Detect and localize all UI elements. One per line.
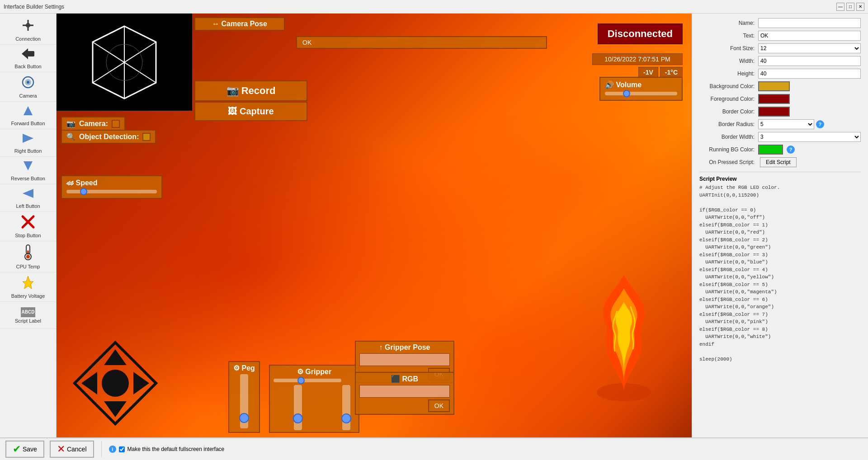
width-label: Width: [699,58,758,64]
sidebar-item-cpu-temp[interactable]: CPU Temp [0,241,56,272]
temp2-display: -1°C [660,67,683,78]
save-button[interactable]: ✔ Save [5,441,44,458]
on-pressed-label: On Pressed Script: [699,159,758,165]
peg-widget: ⚙ Peg [228,361,260,433]
bg-color-label: Background Color: [699,83,758,89]
height-row: Height: [699,69,861,79]
script-preview-title: Script Preview [699,176,861,182]
maximize-button[interactable]: □ [846,3,854,11]
gripper-v-thumb-right[interactable] [341,413,351,423]
close-button[interactable]: ✕ [856,3,864,11]
sidebar-item-forward-button[interactable]: Forward Button [0,102,56,129]
gripper-h-thumb[interactable] [297,377,305,384]
border-width-label: Border Width: [699,134,758,140]
default-info-icon[interactable]: i [109,446,116,453]
gripper-title: ⚙ Gripper [274,367,355,376]
right-panel: Name: Text: Font Size: 12 14 16 18 24 Wi… [692,14,868,437]
stop-button-icon [21,215,35,232]
text-input[interactable] [758,31,861,41]
reverse-button-icon [21,160,35,175]
running-bg-swatch[interactable] [758,145,783,155]
save-checkmark-icon: ✔ [13,443,21,455]
sidebar-item-right-button[interactable]: Right Button [0,129,56,157]
fg-color-label: Foreground Color: [699,96,758,102]
canvas-area: ↔ Camera Pose OK Disconnected 10/26/2022… [57,14,692,437]
cpu-temp-icon [22,244,34,263]
camera-pose-widget[interactable]: ↔ Camera Pose [194,17,285,31]
volume-slider-thumb[interactable] [623,90,630,97]
border-radius-info-icon[interactable]: ? [816,120,824,128]
text-label: Text: [699,33,758,39]
width-row: Width: [699,56,861,66]
font-size-select[interactable]: 12 14 16 18 24 [758,43,861,53]
sidebar-label-camera: Camera [19,93,37,99]
capture-button[interactable]: 🖼 Capture [194,102,307,121]
border-color-controls [758,107,790,117]
gripper-horizontal-slider[interactable] [274,379,341,382]
sidebar-item-script-label[interactable]: ABCD Script Label [0,302,56,329]
minimize-button[interactable]: — [836,3,844,11]
sidebar-item-stop-button[interactable]: Stop Button [0,212,56,241]
peg-icon: ⚙ [233,364,241,372]
temp-row: -1V -1°C [638,67,683,78]
speed-slider-thumb[interactable] [80,188,87,195]
sidebar-label-forward: Forward Button [11,121,45,126]
sidebar-label-stop: Stop Button [15,233,41,238]
gripper-vertical-slider-left[interactable] [294,385,302,430]
svg-point-7 [27,81,29,84]
sidebar-item-reverse-button[interactable]: Reverse Button [0,157,56,184]
ok-top-button[interactable]: OK [296,36,547,49]
sidebar-item-left-button[interactable]: Left Button [0,184,56,212]
peg-title: ⚙ Peg [233,364,255,372]
border-color-swatch[interactable] [758,107,790,117]
border-width-select[interactable]: 3 1 2 4 5 [758,132,861,142]
forward-button-icon [21,104,35,120]
speed-slider[interactable] [66,190,157,193]
peg-vertical-slider[interactable] [240,374,248,428]
peg-slider-thumb[interactable] [239,413,249,423]
object-detection-checkbox[interactable] [142,133,151,141]
font-size-row: Font Size: 12 14 16 18 24 [699,43,861,53]
edit-script-button[interactable]: Edit Script [760,157,797,167]
width-input[interactable] [758,56,861,66]
name-input[interactable] [758,18,861,28]
sidebar-item-back-button[interactable]: Back Button [0,45,56,72]
running-bg-info-icon[interactable]: ? [787,146,795,154]
rgb-widget: ⬛ RGB OK [355,372,454,415]
sidebar-label-left: Left Button [16,203,40,209]
right-button-icon [21,132,35,147]
title-bar: Interface Builder Settings — □ ✕ [0,0,868,14]
default-checkbox-label: Make this the default fullscreen interfa… [127,446,225,452]
fg-color-swatch[interactable] [758,94,790,104]
bg-color-controls [758,81,790,91]
rgb-title: ⬛ RGB [359,375,450,383]
camera-feed [57,14,192,111]
volume-widget: 🔊 Volume [599,77,683,101]
disconnected-button[interactable]: Disconnected [598,23,683,44]
cancel-button[interactable]: ✕ Cancel [50,441,94,458]
sidebar-item-battery-voltage[interactable]: Battery Voltage [0,272,56,302]
gripper-v-thumb-left[interactable] [293,413,303,423]
camera-checkbox[interactable] [112,120,120,128]
bg-color-swatch[interactable] [758,81,790,91]
svg-marker-3 [22,48,28,59]
sidebar-item-camera[interactable]: Camera [0,72,56,102]
volume-slider[interactable] [605,92,677,95]
rgb-input[interactable] [359,385,450,398]
object-detection-icon: 🔍 [66,132,75,141]
gripper-vertical-slider-right[interactable] [342,385,350,430]
speed-title: 🏎 Speed [66,179,157,187]
record-button[interactable]: 📷 Record [194,80,307,101]
default-checkbox[interactable] [119,446,125,452]
gripper-pose-input[interactable] [359,353,450,366]
height-input[interactable] [758,69,861,79]
sidebar-label-reverse: Reverse Button [11,176,45,181]
datetime-text: 10/26/2022 7:07:51 PM [604,56,670,63]
border-color-row: Border Color: [699,107,861,117]
rgb-ok-button[interactable]: OK [428,399,450,412]
border-radius-select[interactable]: 5 0 3 8 10 [758,119,814,129]
sidebar-item-connection[interactable]: Connection [0,15,56,45]
sidebar: Connection Back Button [0,14,57,437]
bottom-separator [101,441,102,457]
running-bg-row: Running BG Color: ? [699,145,861,155]
